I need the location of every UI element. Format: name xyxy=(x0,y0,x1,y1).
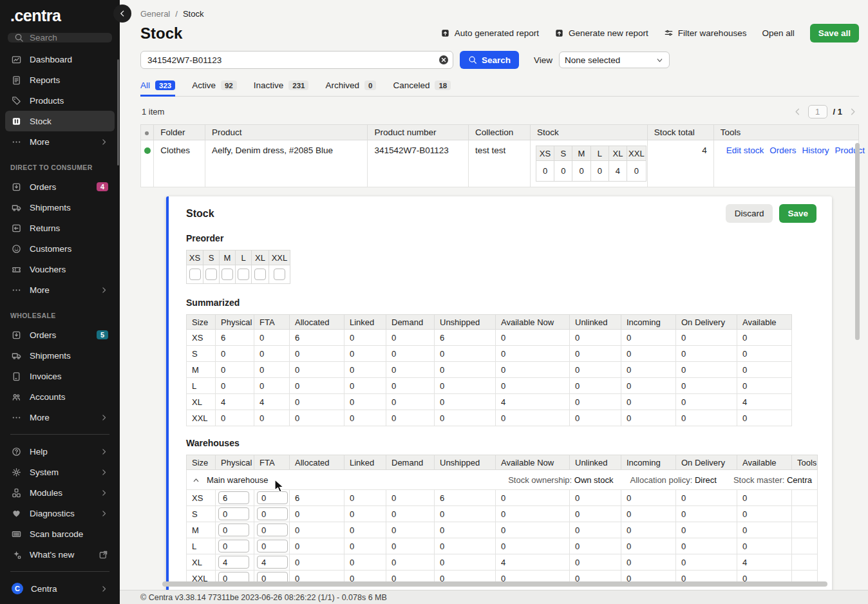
physical-input-m[interactable] xyxy=(218,524,249,536)
fta-input-s[interactable] xyxy=(257,507,288,520)
preorder-input-m[interactable] xyxy=(222,269,233,280)
preorder-cell xyxy=(269,265,290,284)
sidebar-item-reports[interactable]: Reports xyxy=(5,70,115,90)
meta-label: Allocation policy: xyxy=(630,475,692,485)
product-row[interactable]: Clothes Aelfy, Denim dress, #2085 Blue 3… xyxy=(141,140,859,187)
sidebar-item-label: Orders xyxy=(30,330,56,340)
prev-page-icon[interactable] xyxy=(793,107,802,117)
generate-new-report-button[interactable]: Generate new report xyxy=(554,28,648,38)
open-all-button[interactable]: Open all xyxy=(762,28,794,38)
physical-input-xs[interactable] xyxy=(218,491,249,504)
warehouse-cell: 0 xyxy=(435,538,496,554)
warehouse-cell: 0 xyxy=(496,522,570,538)
sidebar-item-more[interactable]: More xyxy=(5,279,115,300)
column-header-physical: Physical xyxy=(216,455,254,470)
sidebar-item-invoices[interactable]: Invoices xyxy=(5,366,115,386)
next-page-icon[interactable] xyxy=(848,107,858,117)
preorder-input-xs[interactable] xyxy=(189,269,201,280)
preorder-input-s[interactable] xyxy=(205,269,217,280)
physical-input-xl[interactable] xyxy=(218,556,249,569)
summarized-cell: 0 xyxy=(386,394,435,410)
tab-label: All xyxy=(140,80,150,90)
tool-link-orders[interactable]: Orders xyxy=(769,146,796,155)
summarized-cell: 0 xyxy=(386,330,435,346)
tool-link-edit-stock[interactable]: Edit stock xyxy=(726,146,764,155)
sidebar-search-input[interactable]: Search xyxy=(8,33,112,42)
sidebar-item-orders[interactable]: Orders4 xyxy=(5,176,115,197)
tool-link-product[interactable]: Product xyxy=(835,146,865,155)
fta-input-m[interactable] xyxy=(257,524,288,536)
filter-icon xyxy=(664,28,674,38)
summarized-row-s: S00000000000 xyxy=(187,346,792,362)
sidebar-item-scan-barcode[interactable]: Scan barcode xyxy=(5,524,115,544)
sidebar-item-centra[interactable]: C Centra xyxy=(5,578,115,599)
fta-input-xs[interactable] xyxy=(257,491,288,504)
sidebar-item-returns[interactable]: Returns xyxy=(5,218,115,238)
horizontal-scrollbar[interactable] xyxy=(162,581,827,587)
sidebar-item-more[interactable]: More xyxy=(5,131,115,152)
tab-canceled[interactable]: Canceled18 xyxy=(393,80,451,96)
sidebar-item-what-s-new[interactable]: What's new xyxy=(5,544,115,565)
collapse-warehouse-icon[interactable] xyxy=(192,476,200,484)
page-input[interactable]: 1 xyxy=(808,105,827,118)
sidebar-item-modules[interactable]: Modules xyxy=(5,482,115,503)
sidebar-item-diagnostics[interactable]: Diagnostics xyxy=(5,503,115,524)
tool-link-history[interactable]: History xyxy=(802,146,829,155)
summarized-cell: 0 xyxy=(290,346,344,362)
cell-physical-input xyxy=(216,490,254,506)
summarized-cell: 0 xyxy=(496,330,570,346)
save-all-button[interactable]: Save all xyxy=(810,24,859,42)
preorder-input-l[interactable] xyxy=(238,269,249,280)
breadcrumb-general[interactable]: General xyxy=(140,9,170,19)
sidebar-item-orders[interactable]: Orders5 xyxy=(5,325,115,345)
stock-size-header: S xyxy=(554,146,572,161)
sidebar-item-system[interactable]: System xyxy=(5,462,115,482)
summarized-cell: 0 xyxy=(290,394,344,410)
search-input[interactable] xyxy=(140,51,453,69)
tab-archived[interactable]: Archived0 xyxy=(325,80,376,96)
sidebar-item-vouchers[interactable]: Vouchers xyxy=(5,259,115,279)
preorder-title: Preorder xyxy=(186,233,816,243)
sidebar-item-help[interactable]: Help xyxy=(5,441,115,462)
filter-warehouses-button[interactable]: Filter warehouses xyxy=(664,28,747,38)
search-button[interactable]: Search xyxy=(460,51,519,69)
sidebar-item-shipments[interactable]: Shipments xyxy=(5,197,115,218)
sidebar-scrollbar[interactable] xyxy=(117,59,119,165)
sidebar-item-stock[interactable]: Stock xyxy=(5,111,115,131)
preorder-input-xl[interactable] xyxy=(254,269,266,280)
fta-input-xl[interactable] xyxy=(257,556,288,569)
preorder-input-xxl[interactable] xyxy=(274,269,285,280)
cell-fta-input xyxy=(254,506,290,522)
sidebar-item-label: Reports xyxy=(30,75,60,85)
physical-input-l[interactable] xyxy=(218,540,249,552)
stock-size-header: XL xyxy=(609,146,627,161)
sidebar-item-accounts[interactable]: Accounts xyxy=(5,386,115,407)
preorder-size-header: XL xyxy=(252,250,269,265)
sidebar-item-customers[interactable]: Customers xyxy=(5,238,115,259)
summarized-cell: 0 xyxy=(621,378,676,394)
vertical-scrollbar[interactable] xyxy=(855,143,860,340)
sidebar-item-shipments[interactable]: Shipments xyxy=(5,345,115,366)
stock-edit-panel: Stock Discard Save Preorder XSSMLXLXXL S… xyxy=(166,196,832,590)
sidebar-item-products[interactable]: Products xyxy=(5,90,115,111)
tab-all[interactable]: All323 xyxy=(140,80,175,96)
discard-button[interactable]: Discard xyxy=(726,204,773,223)
warehouse-cell: 0 xyxy=(737,538,792,554)
sidebar-item-label: Help xyxy=(30,447,48,457)
view-select[interactable]: None selected xyxy=(559,52,670,68)
physical-input-s[interactable] xyxy=(218,507,249,520)
sidebar-item-more[interactable]: More xyxy=(5,407,115,428)
preorder-cell xyxy=(203,265,220,284)
sidebar-item-label: System xyxy=(30,467,59,477)
tab-inactive[interactable]: Inactive231 xyxy=(254,80,309,96)
auto-generated-report-button[interactable]: Auto generated report xyxy=(440,28,539,38)
clear-search-icon[interactable] xyxy=(439,55,449,65)
warehouse-cell: 0 xyxy=(435,522,496,538)
fta-input-l[interactable] xyxy=(257,540,288,552)
preorder-cell xyxy=(220,265,236,284)
save-button[interactable]: Save xyxy=(779,204,816,223)
sidebar-collapse-button[interactable] xyxy=(113,5,131,23)
tab-active[interactable]: Active92 xyxy=(192,80,237,96)
sidebar-item-dashboard[interactable]: Dashboard xyxy=(5,49,115,70)
summarized-cell: 0 xyxy=(676,330,737,346)
